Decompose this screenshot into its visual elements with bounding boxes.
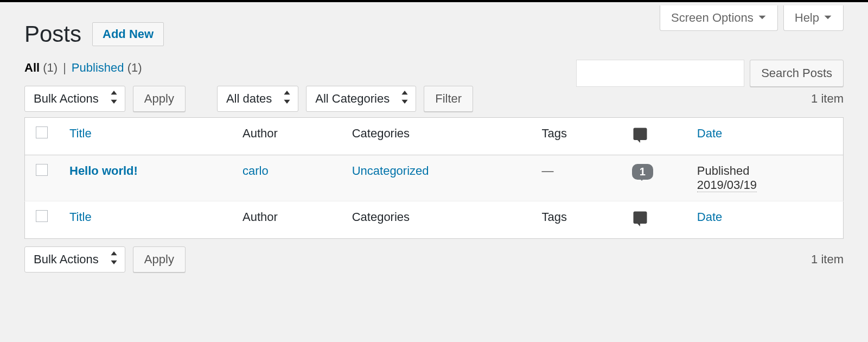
search-input[interactable]	[576, 60, 744, 87]
updown-icon	[110, 251, 118, 268]
view-all[interactable]: All (1)	[24, 61, 58, 75]
filter-button[interactable]: Filter	[424, 86, 473, 112]
search-box: Search Posts	[576, 60, 844, 87]
comments-icon	[632, 132, 648, 145]
col-title-foot[interactable]: Title	[69, 210, 92, 224]
comments-icon	[632, 216, 648, 229]
categories-select[interactable]: All Categories	[306, 86, 416, 112]
bulk-actions-select[interactable]: Bulk Actions	[24, 86, 125, 112]
help-label: Help	[795, 11, 819, 25]
select-all-checkbox-bottom[interactable]	[36, 210, 48, 222]
help-tab[interactable]: Help	[783, 5, 844, 31]
add-new-button[interactable]: Add New	[92, 22, 164, 46]
posts-table: Title Author Categories Tags Date Hello …	[24, 117, 844, 239]
updown-icon	[400, 91, 409, 107]
col-title[interactable]: Title	[69, 126, 92, 140]
col-author-foot: Author	[232, 201, 341, 239]
table-row: Hello world! carlo Uncategorized — 1 Pub…	[25, 155, 844, 201]
caret-down-icon	[758, 11, 767, 25]
col-tags: Tags	[531, 118, 621, 155]
updown-icon	[283, 91, 291, 107]
updown-icon	[110, 91, 118, 107]
date-status: Published	[697, 164, 832, 178]
tablenav-bottom: Bulk Actions Apply 1 item	[24, 246, 844, 273]
items-count-bottom: 1 item	[811, 252, 844, 267]
author-link[interactable]: carlo	[242, 164, 269, 178]
col-tags-foot: Tags	[531, 201, 621, 239]
col-categories: Categories	[341, 118, 531, 155]
page-title: Posts	[24, 21, 81, 47]
tablenav-top: Bulk Actions Apply All dates All Categor…	[24, 86, 844, 112]
separator: |	[63, 61, 66, 75]
items-count-top: 1 item	[811, 92, 844, 106]
caret-down-icon	[824, 11, 832, 25]
apply-button-bottom[interactable]: Apply	[133, 246, 186, 273]
row-checkbox[interactable]	[36, 164, 48, 176]
col-date-foot[interactable]: Date	[697, 210, 722, 224]
post-title-link[interactable]: Hello world!	[69, 164, 138, 178]
apply-button-top[interactable]: Apply	[133, 86, 186, 112]
dates-select[interactable]: All dates	[217, 86, 298, 112]
bulk-actions-select-bottom[interactable]: Bulk Actions	[24, 246, 125, 273]
col-categories-foot: Categories	[341, 201, 531, 239]
date-value: 2019/03/19	[697, 178, 757, 192]
col-date[interactable]: Date	[697, 126, 722, 140]
search-posts-button[interactable]: Search Posts	[750, 60, 844, 87]
screen-options-tab[interactable]: Screen Options	[660, 5, 778, 31]
tags-value: —	[541, 164, 553, 178]
screen-options-label: Screen Options	[671, 11, 754, 25]
select-all-checkbox-top[interactable]	[36, 126, 48, 138]
comment-count-bubble[interactable]: 1	[632, 164, 653, 180]
view-published[interactable]: Published (1)	[72, 61, 142, 75]
col-author: Author	[232, 118, 341, 155]
category-link[interactable]: Uncategorized	[352, 164, 429, 178]
